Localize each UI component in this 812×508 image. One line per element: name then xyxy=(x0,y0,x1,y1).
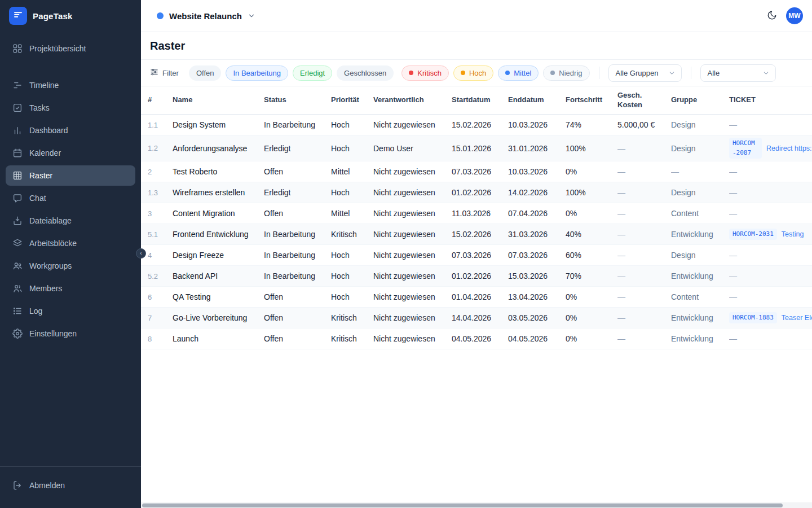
cell-progress: 70% xyxy=(566,269,617,283)
column-header-ticket[interactable]: TICKET xyxy=(729,95,812,105)
cell-progress: 0% xyxy=(566,207,617,220)
project-selector[interactable]: Website Relaunch xyxy=(157,11,255,21)
table-row[interactable]: 1.2 Anforderungsanalyse Erledigt Hoch De… xyxy=(141,135,812,161)
table-row[interactable]: 5.1 Frontend Entwicklung In Bearbeitung … xyxy=(141,224,812,245)
topbar-actions: MW xyxy=(767,7,803,24)
sidebar-item-label: Arbeitsblöcke xyxy=(29,239,77,248)
table-body: 1.1 Design System In Bearbeitung Hoch Ni… xyxy=(141,115,812,349)
sidebar-item-members[interactable]: Members xyxy=(6,278,135,299)
cell-status: In Bearbeitung xyxy=(264,269,331,283)
cell-name: Frontend Entwicklung xyxy=(173,227,264,241)
sidebar-item-raster[interactable]: Raster xyxy=(6,165,135,186)
filter-button[interactable]: Filter xyxy=(150,68,179,78)
logout-button[interactable]: Abmelden xyxy=(6,475,135,496)
sidebar-item-label: Workgroups xyxy=(29,261,72,270)
ticket-code-badge[interactable]: HORCOM-2031 xyxy=(729,229,777,240)
cell-progress: 0% xyxy=(566,311,617,325)
column-header-fortschritt[interactable]: Fortschritt xyxy=(566,95,617,105)
cell-end-date: 10.03.2026 xyxy=(508,118,566,132)
blocks-icon xyxy=(12,238,23,248)
sidebar-item-einstellungen[interactable]: Einstellungen xyxy=(6,323,135,344)
cell-number: 5.2 xyxy=(148,270,173,283)
table-row[interactable]: 3 Content Migration Offen Mittel Nicht z… xyxy=(141,203,812,224)
avatar[interactable]: MW xyxy=(786,7,803,24)
cell-ticket: — xyxy=(729,118,812,132)
cell-number: 8 xyxy=(148,332,173,345)
sidebar-item-dateiablage[interactable]: Dateiablage xyxy=(6,211,135,231)
cell-name: Backend API xyxy=(173,269,264,283)
ticket-link[interactable]: Teaser Ele xyxy=(782,314,812,322)
sidebar-item-arbeitsbl-cke[interactable]: Arbeitsblöcke xyxy=(6,233,135,253)
sidebar-item-projekt-bersicht[interactable]: Projektübersicht xyxy=(6,38,135,59)
ticket-code-badge[interactable]: HORCOM-2087 xyxy=(729,138,762,159)
sidebar-item-kalender[interactable]: Kalender xyxy=(6,143,135,163)
cell-end-date: 10.03.2026 xyxy=(508,165,566,178)
group-filter-value: Alle Gruppen xyxy=(616,69,659,77)
logo-lines-icon xyxy=(13,10,23,22)
column-header-[interactable]: # xyxy=(148,95,173,105)
table-row[interactable]: 8 Launch Offen Kritisch Nicht zugewiesen… xyxy=(141,329,812,349)
status-filter-chip-in-bearbeitung[interactable]: In Bearbeitung xyxy=(226,65,288,81)
column-header-gesch-kosten[interactable]: Gesch. Kosten xyxy=(617,91,671,110)
ticket-empty: — xyxy=(729,120,737,129)
sidebar-item-log[interactable]: Log xyxy=(6,301,135,321)
sidebar-item-label: Projektübersicht xyxy=(29,44,86,53)
table-row[interactable]: 5.2 Backend API In Bearbeitung Hoch Nich… xyxy=(141,266,812,287)
column-header-name[interactable]: Name xyxy=(173,95,264,105)
column-header-gruppe[interactable]: Gruppe xyxy=(671,95,729,105)
horizontal-scrollbar-track[interactable] xyxy=(141,502,812,508)
column-header-startdatum[interactable]: Startdatum xyxy=(452,95,508,105)
title-bar: Raster xyxy=(141,32,812,60)
settings-icon xyxy=(12,329,23,339)
table-row[interactable]: 1.3 Wireframes erstellen Erledigt Hoch N… xyxy=(141,182,812,203)
cell-name: Design Freeze xyxy=(173,248,264,262)
cell-assignee: Nicht zugewiesen xyxy=(373,290,452,304)
cell-assignee: Nicht zugewiesen xyxy=(373,227,452,241)
cell-group: Design xyxy=(671,142,729,155)
priority-filter-chip-niedrig[interactable]: Niedrig xyxy=(543,65,589,81)
ticket-link[interactable]: Redirect https: xyxy=(766,144,812,152)
priority-filter-chip-mittel[interactable]: Mittel xyxy=(498,65,539,81)
status-filter-chip-geschlossen[interactable]: Geschlossen xyxy=(337,65,394,81)
app-logo[interactable] xyxy=(9,7,27,25)
sidebar-item-tasks[interactable]: Tasks xyxy=(6,98,135,118)
ticket-empty: — xyxy=(729,188,737,197)
type-filter-select[interactable]: Alle xyxy=(700,64,776,82)
group-filter-select[interactable]: Alle Gruppen xyxy=(608,64,682,82)
cell-group: Content xyxy=(671,290,729,304)
column-header-verantwortlich[interactable]: Verantwortlich xyxy=(373,95,452,105)
cell-progress: 0% xyxy=(566,290,617,304)
priority-filter-chip-kritisch[interactable]: Kritisch xyxy=(401,65,449,81)
type-filter-value: Alle xyxy=(708,69,720,77)
status-filter-chip-offen[interactable]: Offen xyxy=(189,65,222,81)
table-row[interactable]: 6 QA Testing Offen Hoch Nicht zugewiesen… xyxy=(141,287,812,308)
column-header-priorit-t[interactable]: Priorität xyxy=(331,95,373,105)
dark-mode-toggle[interactable] xyxy=(767,10,777,22)
sidebar-item-workgroups[interactable]: Workgroups xyxy=(6,256,135,276)
app-name: PageTask xyxy=(33,11,73,21)
sidebar-collapse-handle[interactable]: ‹ xyxy=(136,248,146,259)
sidebar-item-chat[interactable]: Chat xyxy=(6,188,135,208)
cell-end-date: 31.03.2026 xyxy=(508,227,566,241)
cell-ticket: — xyxy=(729,332,812,345)
cell-priority: Hoch xyxy=(331,269,373,283)
priority-filter-chip-hoch[interactable]: Hoch xyxy=(453,65,493,81)
table-row[interactable]: 4 Design Freeze In Bearbeitung Hoch Nich… xyxy=(141,245,812,266)
cell-name: Wireframes erstellen xyxy=(173,186,264,199)
main-area: Website Relaunch MW Raster Filter Offen xyxy=(141,0,812,508)
sidebar-item-label: Kalender xyxy=(29,148,61,157)
ticket-code-badge[interactable]: HORCOM-1883 xyxy=(729,312,777,324)
column-header-enddatum[interactable]: Enddatum xyxy=(508,95,566,105)
priority-dot-icon xyxy=(409,71,413,75)
status-filter-chip-erledigt[interactable]: Erledigt xyxy=(293,65,332,81)
sidebar-item-dashboard[interactable]: Dashboard xyxy=(6,120,135,141)
table-row[interactable]: 2 Test Roberto Offen Mittel Nicht zugewi… xyxy=(141,161,812,182)
table-row[interactable]: 1.1 Design System In Bearbeitung Hoch Ni… xyxy=(141,115,812,135)
column-header-status[interactable]: Status xyxy=(264,95,331,105)
files-icon xyxy=(12,216,23,226)
cell-cost: — xyxy=(617,207,671,220)
sidebar-item-timeline[interactable]: Timeline xyxy=(6,75,135,95)
table-row[interactable]: 7 Go-Live Vorbereitung Offen Kritisch Ni… xyxy=(141,308,812,329)
ticket-link[interactable]: Testing xyxy=(782,230,804,238)
horizontal-scrollbar-thumb[interactable] xyxy=(142,503,783,507)
